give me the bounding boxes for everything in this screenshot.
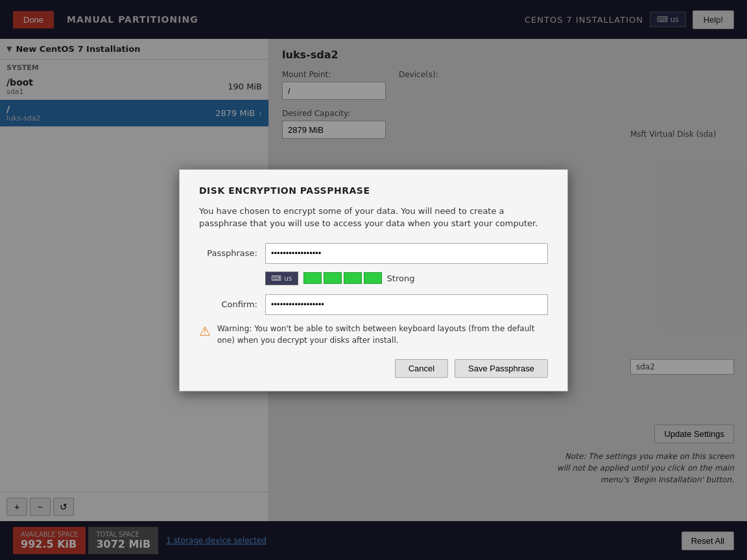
strength-row: ⌨ us Strong (265, 272, 548, 285)
cancel-button[interactable]: Cancel (395, 359, 448, 378)
warning-text: Warning: You won't be able to switch bet… (217, 323, 548, 346)
confirm-label: Confirm: (199, 299, 257, 309)
warning-row: ⚠ Warning: You won't be able to switch b… (199, 323, 548, 346)
dialog-buttons: Cancel Save Passphrase (199, 359, 548, 378)
strength-bar-1 (303, 272, 322, 284)
strength-bar-3 (344, 272, 362, 284)
save-passphrase-button[interactable]: Save Passphrase (455, 359, 548, 378)
strength-bars (303, 272, 382, 284)
strength-bar-2 (324, 272, 342, 284)
strength-label: Strong (387, 274, 415, 283)
keyboard-layout-indicator: us (284, 274, 292, 283)
dialog-overlay: DISK ENCRYPTION PASSPHRASE You have chos… (0, 0, 747, 560)
dialog-title: DISK ENCRYPTION PASSPHRASE (199, 185, 548, 196)
strength-bar-4 (364, 272, 382, 284)
confirm-field-row: Confirm: (199, 294, 548, 315)
dialog-description: You have chosen to encrypt some of your … (199, 205, 548, 230)
warning-icon: ⚠ (199, 323, 211, 339)
passphrase-label: Passphrase: (199, 248, 257, 258)
confirm-input[interactable] (265, 294, 548, 315)
keyboard-indicator[interactable]: ⌨ us (265, 272, 298, 285)
keyboard-icon-small: ⌨ (271, 274, 281, 283)
passphrase-field-row: Passphrase: (199, 243, 548, 264)
passphrase-input[interactable] (265, 243, 548, 264)
disk-encryption-dialog: DISK ENCRYPTION PASSPHRASE You have chos… (179, 169, 568, 391)
